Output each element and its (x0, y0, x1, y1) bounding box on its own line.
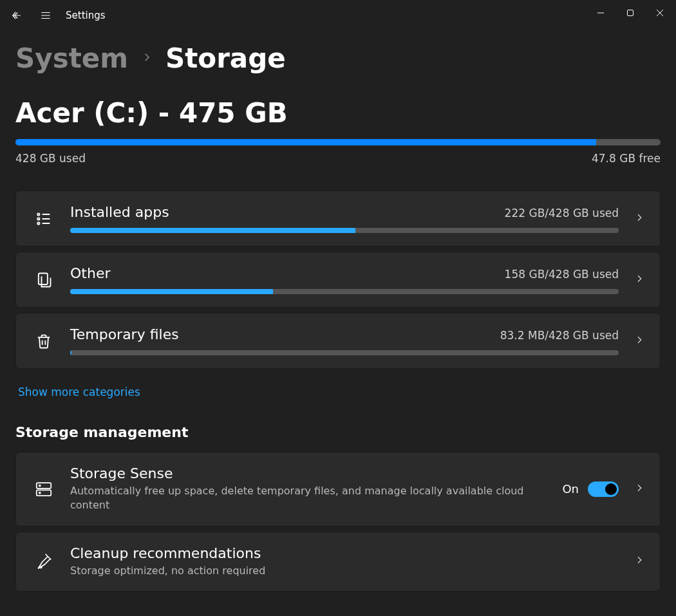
breadcrumb-parent[interactable]: System (15, 42, 128, 74)
show-more-categories-link[interactable]: Show more categories (18, 386, 140, 398)
svg-point-1 (37, 213, 39, 215)
svg-rect-4 (39, 273, 48, 285)
title-bar: Settings (0, 0, 676, 31)
breadcrumb: System Storage (15, 42, 661, 74)
category-usage-bar-fill (70, 350, 71, 355)
close-button[interactable] (645, 3, 675, 23)
cleanup-icon (32, 549, 56, 574)
category-usage-bar (70, 350, 619, 355)
back-button[interactable] (1, 0, 31, 31)
storage-sense-row[interactable]: Storage Sense Automatically free up spac… (15, 452, 661, 527)
drive-used-label: 428 GB used (15, 152, 86, 165)
drive-usage-bar-fill (15, 139, 596, 145)
nav-menu-button[interactable] (31, 0, 61, 31)
breadcrumb-current: Storage (165, 42, 286, 74)
storage-category-row[interactable]: Installed apps222 GB/428 GB used (15, 191, 661, 247)
category-name: Temporary files (70, 326, 179, 342)
drive-stack-icon (34, 480, 53, 499)
cleanup-recommendations-row[interactable]: Cleanup recommendations Storage optimize… (15, 532, 661, 592)
storage-category-row[interactable]: Other158 GB/428 GB used (15, 252, 661, 308)
close-icon (656, 9, 664, 17)
svg-point-3 (37, 222, 39, 224)
chevron-right-icon (634, 335, 644, 348)
maximize-icon (626, 9, 634, 17)
minimize-button[interactable] (586, 3, 615, 23)
svg-point-8 (39, 492, 41, 494)
storage-sense-icon (32, 477, 56, 501)
storage-sense-toggle[interactable] (588, 481, 619, 497)
chevron-right-icon (634, 212, 644, 225)
document-stack-icon (32, 268, 56, 292)
category-usage: 83.2 MB/428 GB used (500, 329, 619, 342)
window-controls (586, 8, 675, 23)
svg-point-2 (37, 218, 39, 219)
storage-management-heading: Storage management (15, 424, 661, 440)
app-title: Settings (66, 10, 106, 21)
storage-sense-toggle-label: On (562, 482, 579, 496)
drive-title: Acer (C:) - 475 GB (15, 97, 661, 129)
maximize-button[interactable] (615, 3, 645, 23)
broom-icon (34, 552, 53, 571)
chevron-right-icon (634, 555, 644, 568)
svg-rect-0 (628, 10, 634, 16)
category-usage-bar-fill (70, 289, 273, 294)
svg-point-7 (39, 485, 41, 486)
hamburger-icon (40, 10, 52, 21)
drive-free-label: 47.8 GB free (592, 152, 661, 165)
category-usage-bar-fill (70, 228, 355, 233)
storage-category-row[interactable]: Temporary files83.2 MB/428 GB used (15, 313, 661, 369)
storage-sense-description: Automatically free up space, delete temp… (70, 484, 534, 513)
trash-icon (32, 329, 56, 353)
chevron-right-icon (141, 51, 153, 66)
category-name: Other (70, 265, 110, 281)
storage-sense-title: Storage Sense (70, 465, 552, 481)
chevron-right-icon (634, 483, 644, 496)
category-usage-bar (70, 228, 619, 233)
cleanup-title: Cleanup recommendations (70, 545, 619, 561)
category-usage: 222 GB/428 GB used (505, 207, 619, 219)
category-usage: 158 GB/428 GB used (505, 268, 619, 281)
apps-list-icon (32, 207, 56, 231)
chevron-right-icon (634, 274, 644, 286)
cleanup-description: Storage optimized, no action required (70, 564, 534, 578)
category-usage-bar (70, 289, 619, 294)
category-name: Installed apps (70, 204, 169, 220)
drive-usage-bar (15, 139, 661, 145)
minimize-icon (597, 9, 605, 17)
